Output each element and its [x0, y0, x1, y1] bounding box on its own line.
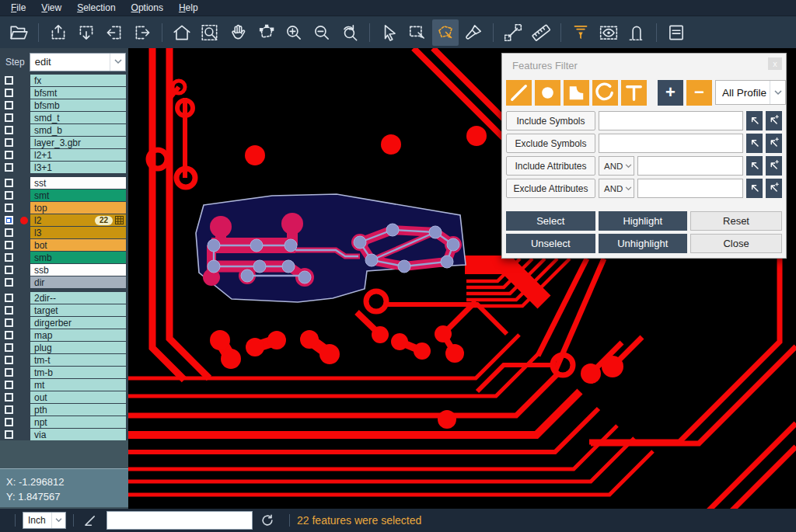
layer-row-bfsmb[interactable]: bfsmb	[0, 99, 128, 111]
layer-name[interactable]: layer_3.gbr	[30, 137, 126, 148]
send-up-tool-button[interactable]	[45, 19, 72, 46]
layer-visibility-checkbox[interactable]	[0, 367, 17, 378]
layer-name[interactable]: smd_t	[30, 112, 126, 123]
dialog-close-button[interactable]: x	[768, 57, 782, 70]
layer-visibility-checkbox[interactable]	[0, 214, 17, 226]
select-polygon-tool-button[interactable]	[432, 19, 459, 46]
include-symbols-button[interactable]: Include Symbols	[506, 111, 595, 130]
layer-visibility-checkbox[interactable]	[0, 304, 17, 316]
layer-row-l3[interactable]: l3	[0, 227, 128, 238]
profile-select[interactable]: All Profile	[715, 80, 786, 105]
layer-visibility-checkbox[interactable]	[0, 379, 17, 391]
layer-visibility-checkbox[interactable]	[0, 391, 17, 403]
layer-visibility-checkbox[interactable]	[0, 177, 17, 189]
layer-name[interactable]: bfsmb	[30, 99, 126, 111]
layer-row-out[interactable]: out	[0, 391, 128, 403]
layer-name[interactable]: bot	[30, 239, 126, 251]
zoom-previous-tool-button[interactable]	[337, 19, 363, 46]
layers-panel-tool-button[interactable]	[663, 19, 690, 46]
close-button[interactable]: Close	[690, 234, 782, 253]
features-filter-tool-button[interactable]	[567, 19, 594, 46]
layer-visibility-checkbox[interactable]	[0, 190, 17, 201]
layer-row-smd_t[interactable]: smd_t	[0, 112, 128, 123]
layer-row-pth[interactable]: pth	[0, 404, 128, 416]
layer-row-tm-t[interactable]: tm-t	[0, 354, 128, 366]
layer-name[interactable]: bfsmt	[30, 87, 126, 99]
include-symbols-pick-button[interactable]	[746, 111, 763, 130]
reset-button[interactable]: Reset	[690, 211, 782, 231]
units-select[interactable]: Inch	[23, 512, 66, 529]
sync-refresh-icon[interactable]	[260, 513, 274, 527]
layer-row-smd_b[interactable]: smd_b	[0, 124, 128, 136]
layer-visibility-checkbox[interactable]	[0, 252, 17, 263]
highlight-button[interactable]: Highlight	[599, 211, 688, 231]
include-attributes-button[interactable]: Include Attributes	[506, 156, 595, 176]
layer-name[interactable]: tm-t	[30, 354, 126, 366]
layer-visibility-checkbox[interactable]	[0, 329, 17, 341]
layer-name[interactable]: target	[30, 304, 126, 316]
layer-visibility-checkbox[interactable]	[0, 317, 17, 329]
layer-name[interactable]: l3	[30, 227, 126, 238]
layer-name[interactable]: npt	[30, 416, 126, 428]
include-attributes-and-select[interactable]: AND	[599, 156, 634, 176]
layer-visibility-checkbox[interactable]	[0, 416, 17, 428]
layer-row-bot[interactable]: bot	[0, 239, 128, 251]
layer-visibility-checkbox[interactable]	[0, 276, 17, 288]
layer-row-plug[interactable]: plug	[0, 342, 128, 353]
layer-row-dirgerber[interactable]: dirgerber	[0, 317, 128, 329]
layer-visibility-checkbox[interactable]	[0, 227, 17, 238]
layer-visibility-checkbox[interactable]	[0, 292, 17, 304]
layer-row-top[interactable]: top	[0, 202, 128, 214]
exclude-symbols-pick-add-button[interactable]	[766, 134, 782, 153]
layer-name[interactable]: l222	[30, 214, 126, 226]
highlight-brush-tool-button[interactable]	[460, 19, 487, 46]
pan-hand-tool-button[interactable]	[225, 19, 251, 46]
menu-file[interactable]: File	[3, 1, 33, 15]
layer-visibility-checkbox[interactable]	[0, 75, 17, 86]
send-left-tool-button[interactable]	[101, 19, 127, 46]
layer-visibility-checkbox[interactable]	[0, 87, 17, 99]
exclude-symbols-input[interactable]	[599, 134, 743, 153]
feature-type-pad-button[interactable]	[535, 80, 560, 106]
menu-help[interactable]: Help	[171, 1, 206, 15]
layer-name[interactable]: smt	[30, 190, 126, 201]
layer-row-ssb[interactable]: ssb	[0, 264, 128, 276]
layer-visibility-checkbox[interactable]	[0, 202, 17, 214]
layer-row-mt[interactable]: mt	[0, 379, 128, 391]
include-symbols-input[interactable]	[599, 111, 743, 130]
layer-row-dir[interactable]: dir	[0, 276, 128, 288]
layer-row-l2[interactable]: l222	[0, 214, 128, 226]
layer-name[interactable]: l2+1	[30, 149, 126, 161]
layer-visibility-checkbox[interactable]	[0, 239, 17, 251]
layer-name[interactable]: sst	[30, 177, 126, 189]
remove-filter-button[interactable]: −	[686, 80, 712, 106]
exclude-symbols-button[interactable]: Exclude Symbols	[506, 134, 595, 153]
add-filter-button[interactable]: +	[658, 80, 683, 106]
layer-row-tm-b[interactable]: tm-b	[0, 367, 128, 378]
feature-type-line-button[interactable]	[506, 80, 532, 106]
layer-row-2dir--[interactable]: 2dir--	[0, 292, 128, 304]
open-file-tool-button[interactable]	[5, 19, 32, 46]
layer-visibility-checkbox[interactable]	[0, 137, 17, 148]
layer-visibility-checkbox[interactable]	[0, 112, 17, 123]
layer-name[interactable]: dirgerber	[30, 317, 126, 329]
layer-name[interactable]: plug	[30, 342, 126, 353]
feature-type-surface-button[interactable]	[564, 80, 589, 106]
unselect-button[interactable]: Unselect	[506, 234, 595, 253]
layer-name[interactable]: smd_b	[30, 124, 126, 136]
select-rectangle-tool-button[interactable]	[404, 19, 431, 46]
layer-name[interactable]: out	[30, 391, 126, 403]
layer-name[interactable]: map	[30, 329, 126, 341]
send-down-tool-button[interactable]	[73, 19, 100, 46]
select-pointer-tool-button[interactable]	[376, 19, 403, 46]
exclude-attributes-pick-button[interactable]	[746, 179, 763, 198]
layer-row-via[interactable]: via	[0, 429, 128, 440]
menu-options[interactable]: Options	[124, 1, 171, 15]
layer-name[interactable]: tm-b	[30, 367, 126, 378]
zoom-area-tool-button[interactable]	[197, 19, 223, 46]
layer-name[interactable]: via	[30, 429, 126, 440]
layer-name[interactable]: dir	[30, 276, 126, 288]
feature-type-arc-button[interactable]	[592, 80, 618, 106]
layer-row-l2+1[interactable]: l2+1	[0, 149, 128, 161]
layer-visibility-checkbox[interactable]	[0, 354, 17, 366]
